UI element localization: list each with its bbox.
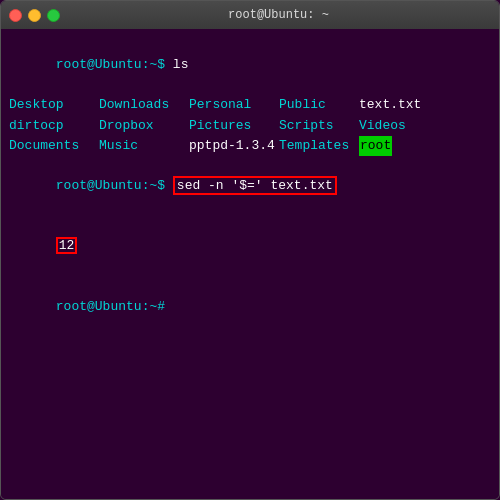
ls-item-desktop: Desktop: [9, 95, 99, 115]
ls-row-3: Documents Music pptpd-1.3.4 Templates ro…: [9, 136, 491, 156]
ls-item-downloads: Downloads: [99, 95, 189, 115]
window-title: root@Ubuntu: ~: [66, 8, 491, 22]
prompt-1: root@Ubuntu:~$: [56, 57, 173, 72]
ls-item-dirtocp: dirtocp: [9, 116, 99, 136]
ls-item-pptpd: pptpd-1.3.4: [189, 136, 279, 156]
ls-item-personal: Personal: [189, 95, 279, 115]
terminal-window: root@Ubuntu: ~ root@Ubuntu:~$ ls Desktop…: [0, 0, 500, 500]
ls-item-pictures: Pictures: [189, 116, 279, 136]
ls-command-line: root@Ubuntu:~$ ls: [9, 35, 491, 95]
maximize-button[interactable]: [47, 9, 60, 22]
close-button[interactable]: [9, 9, 22, 22]
titlebar: root@Ubuntu: ~: [1, 1, 499, 29]
ls-item-public: Public: [279, 95, 359, 115]
sed-output-line: 12: [9, 216, 491, 276]
ls-row-2: dirtocp Dropbox Pictures Scripts Videos: [9, 116, 491, 136]
final-prompt-line: root@Ubuntu:~#: [9, 277, 491, 337]
ls-item-templates: Templates: [279, 136, 359, 156]
ls-cmd: ls: [173, 57, 189, 72]
sed-command-line: root@Ubuntu:~$ sed -n '$=' text.txt: [9, 156, 491, 216]
ls-item-music: Music: [99, 136, 189, 156]
ls-row-1: Desktop Downloads Personal Public text.t…: [9, 95, 491, 115]
ls-item-videos: Videos: [359, 116, 406, 136]
ls-item-root: root: [359, 136, 392, 156]
prompt-2: root@Ubuntu:~$: [56, 178, 173, 193]
minimize-button[interactable]: [28, 9, 41, 22]
ls-item-texttxt: text.txt: [359, 95, 421, 115]
sed-cmd-highlighted: sed -n '$=' text.txt: [173, 176, 337, 195]
ls-item-dropbox: Dropbox: [99, 116, 189, 136]
ls-item-documents: Documents: [9, 136, 99, 156]
sed-output: 12: [56, 237, 78, 254]
ls-item-scripts: Scripts: [279, 116, 359, 136]
prompt-3: root@Ubuntu:~#: [56, 299, 165, 314]
terminal-body[interactable]: root@Ubuntu:~$ ls Desktop Downloads Pers…: [1, 29, 499, 499]
